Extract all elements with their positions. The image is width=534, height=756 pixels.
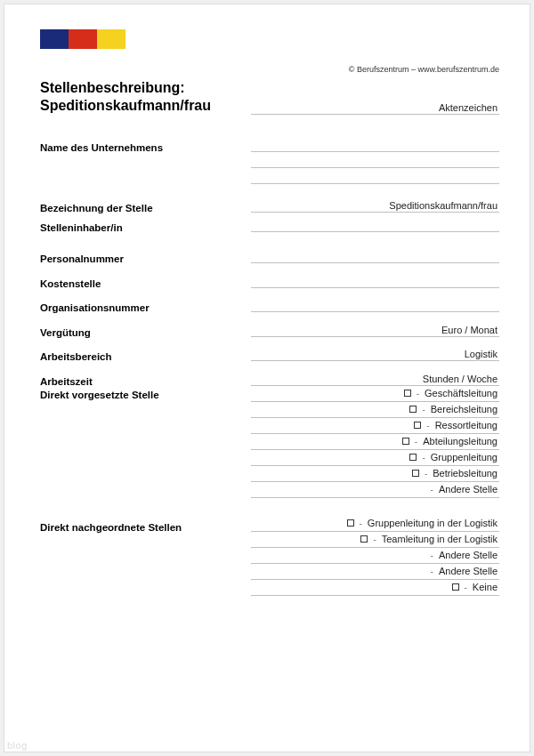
superior-option-row: -Abteilungsleitung bbox=[251, 434, 499, 450]
field-position[interactable]: Speditionskaufmann/frau bbox=[251, 197, 499, 213]
checkbox-icon[interactable] bbox=[414, 422, 421, 429]
field-salary[interactable]: Euro / Monat bbox=[251, 321, 499, 337]
field-holder[interactable] bbox=[251, 216, 499, 232]
superior-option-label: Bereichsleitung bbox=[431, 404, 498, 414]
subordinate-option-label: Teamleitung in der Logistik bbox=[382, 534, 498, 544]
dash-icon: - bbox=[415, 437, 417, 446]
superior-option-label: Gruppenleitung bbox=[431, 452, 498, 462]
field-personnel-no[interactable] bbox=[251, 247, 499, 263]
label-company: Name des Unternehmens bbox=[40, 136, 251, 156]
dash-icon: - bbox=[422, 453, 425, 462]
subordinate-option-label: Keine bbox=[473, 582, 498, 592]
label-personnel-no: Personalnummer bbox=[40, 247, 251, 267]
superior-option-label: Ressortleitung bbox=[435, 420, 498, 430]
field-company-2[interactable] bbox=[251, 152, 499, 168]
field-aktenzeichen[interactable]: Aktenzeichen bbox=[251, 99, 499, 115]
superior-option-label: Geschäftsleitung bbox=[425, 388, 498, 398]
checkbox-icon[interactable] bbox=[360, 535, 368, 543]
checkbox-icon[interactable] bbox=[409, 406, 417, 413]
field-cost-center[interactable] bbox=[251, 272, 499, 288]
subordinate-option-label: Andere Stelle bbox=[439, 550, 498, 560]
subordinate-option-row: -Gruppenleitung in der Logistik bbox=[251, 516, 499, 532]
dash-icon: - bbox=[425, 469, 427, 479]
subordinate-option-row: -Andere Stelle bbox=[251, 564, 499, 580]
label-position: Bezeichnung der Stelle bbox=[40, 197, 251, 216]
label-subordinate: Direkt nachgeordnete Stellen bbox=[40, 516, 251, 535]
label-superior: Direkt vorgesetzte Stelle bbox=[40, 389, 251, 403]
label-work-area: Arbeitsbereich bbox=[40, 345, 251, 365]
superior-option-row: -Ressortleitung bbox=[251, 418, 499, 434]
label-cost-center: Kostenstelle bbox=[40, 272, 251, 292]
superior-option-label: Abteilungsleitung bbox=[423, 436, 498, 446]
superior-option-row: -Andere Stelle bbox=[251, 482, 499, 498]
checkbox-icon[interactable] bbox=[402, 438, 409, 445]
label-holder: Stelleninhaber/in bbox=[40, 216, 251, 236]
watermark: blog bbox=[7, 740, 28, 751]
checkbox-icon[interactable] bbox=[409, 454, 417, 461]
field-org-no[interactable] bbox=[251, 296, 499, 312]
field-company-1[interactable] bbox=[251, 136, 499, 152]
subordinate-option-label: Gruppenleitung in der Logistik bbox=[368, 518, 498, 528]
superior-option-row: -Geschäftsleitung bbox=[251, 386, 499, 402]
document-title: Stellenbeschreibung: Speditionskaufmann/… bbox=[40, 79, 251, 115]
dash-icon: - bbox=[360, 519, 362, 528]
checkbox-icon[interactable] bbox=[452, 583, 459, 591]
label-salary: Vergütung bbox=[40, 321, 251, 341]
subordinate-option-label: Andere Stelle bbox=[439, 566, 498, 576]
field-work-area[interactable]: Logistik bbox=[251, 345, 499, 361]
dash-icon: - bbox=[426, 421, 429, 430]
superior-option-row: -Bereichsleitung bbox=[251, 402, 499, 418]
copyright-text: © Berufszentrum – www.berufszentrum.de bbox=[40, 65, 499, 74]
checkbox-icon[interactable] bbox=[347, 519, 354, 527]
dash-icon: - bbox=[431, 567, 433, 576]
superior-option-label: Betriebsleitung bbox=[433, 468, 498, 479]
superior-option-row: -Betriebsleitung bbox=[251, 466, 499, 482]
dash-icon: - bbox=[373, 535, 376, 544]
label-org-no: Organisationsnummer bbox=[40, 296, 251, 316]
field-company-3[interactable] bbox=[251, 168, 499, 184]
title-line-2: Speditionskaufmann/frau bbox=[40, 98, 211, 113]
logo-flag bbox=[40, 29, 125, 49]
title-line-1: Stellenbeschreibung: bbox=[40, 80, 185, 95]
dash-icon: - bbox=[431, 551, 433, 560]
superior-option-row: -Gruppenleitung bbox=[251, 450, 499, 466]
document-page: © Berufszentrum – www.berufszentrum.de S… bbox=[4, 4, 530, 752]
subordinate-option-row: -Keine bbox=[251, 580, 499, 596]
subordinate-option-row: -Andere Stelle bbox=[251, 548, 499, 564]
dash-icon: - bbox=[465, 583, 467, 592]
subordinate-option-row: -Teamleitung in der Logistik bbox=[251, 532, 499, 548]
dash-icon: - bbox=[422, 405, 425, 414]
superior-option-label: Andere Stelle bbox=[439, 484, 498, 495]
dash-icon: - bbox=[417, 389, 419, 398]
label-work-time: Arbeitszeit bbox=[40, 375, 251, 390]
checkbox-icon[interactable] bbox=[404, 390, 411, 397]
field-work-time[interactable]: Stunden / Woche bbox=[251, 370, 499, 386]
checkbox-icon[interactable] bbox=[412, 470, 419, 477]
dash-icon: - bbox=[431, 485, 433, 495]
